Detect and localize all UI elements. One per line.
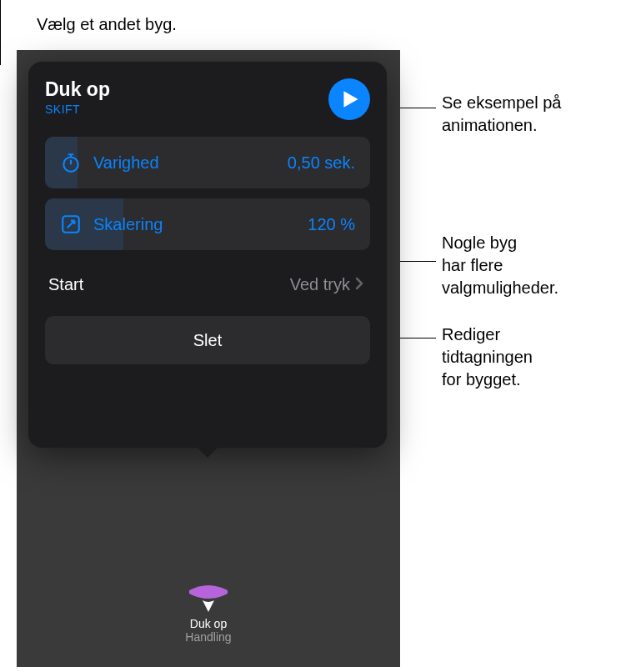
play-icon bbox=[343, 90, 359, 108]
callout-more-options: Nogle byg har flere valgmuligheder. bbox=[442, 232, 558, 299]
callout-text: har flere bbox=[442, 256, 503, 274]
start-label: Start bbox=[48, 275, 290, 294]
callout-text: Se eksempel på bbox=[442, 93, 561, 112]
scale-label: Skalering bbox=[93, 215, 308, 234]
delete-label: Slet bbox=[193, 331, 222, 350]
callout-text: valgmuligheder. bbox=[442, 278, 558, 297]
delete-button[interactable]: Slet bbox=[45, 316, 370, 364]
start-trigger-row[interactable]: Start Ved tryk bbox=[45, 260, 370, 309]
callout-text: Rediger bbox=[442, 325, 500, 344]
build-item-name: Duk op bbox=[190, 617, 227, 630]
build-order-item[interactable]: Duk op Handling bbox=[154, 579, 263, 644]
duration-slider-row[interactable]: Varighed 0,50 sek. bbox=[45, 137, 370, 188]
duration-label: Varighed bbox=[93, 153, 288, 173]
stopwatch-icon bbox=[60, 152, 82, 173]
callout-choose-other-build: Vælg et andet byg. bbox=[37, 13, 177, 36]
change-build-link[interactable]: SKIFT bbox=[45, 103, 110, 116]
callout-text: Nogle byg bbox=[442, 233, 517, 252]
popover-header: Duk op SKIFT bbox=[45, 78, 370, 120]
start-value: Ved tryk bbox=[290, 275, 350, 294]
build-item-type: Handling bbox=[185, 630, 231, 644]
build-thumbnail bbox=[186, 579, 231, 612]
duration-value: 0,50 sek. bbox=[288, 153, 355, 173]
build-title: Duk op bbox=[45, 78, 110, 101]
popover-arrow bbox=[196, 446, 219, 458]
scale-value: 120 % bbox=[308, 215, 355, 234]
callout-edit-timing: Rediger tidtagningen for bygget. bbox=[442, 323, 533, 391]
build-settings-popover: Duk op SKIFT Varighed 0,50 sek. bbox=[28, 62, 387, 448]
scale-slider-row[interactable]: Skalering 120 % bbox=[45, 198, 370, 250]
callout-text: tidtagningen bbox=[442, 348, 533, 366]
callout-preview-animation: Se eksempel på animationen. bbox=[442, 92, 561, 137]
preview-play-button[interactable] bbox=[328, 78, 370, 120]
expand-icon bbox=[60, 213, 82, 235]
callout-line bbox=[0, 0, 1, 65]
callout-text: for bygget. bbox=[442, 370, 521, 389]
title-block[interactable]: Duk op SKIFT bbox=[45, 78, 110, 116]
callout-text: animationen. bbox=[442, 116, 538, 134]
chevron-right-icon bbox=[355, 277, 363, 293]
